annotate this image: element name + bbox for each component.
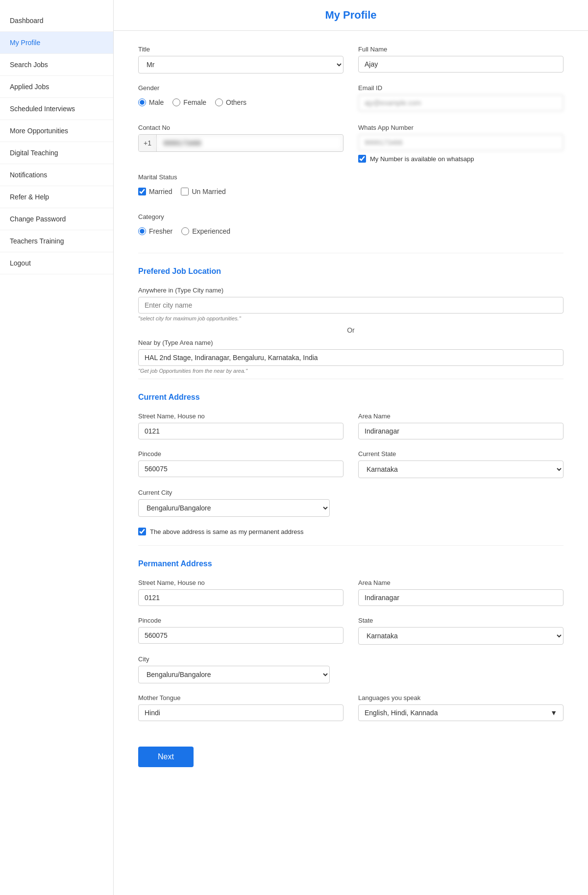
fresher-label: Fresher <box>149 227 172 235</box>
experienced-option[interactable]: Experienced <box>181 227 230 235</box>
married-checkbox[interactable] <box>138 188 146 195</box>
perm-city-group: City Bengaluru/Bangalore Mumbai Chennai <box>138 655 330 683</box>
unmarried-checkbox[interactable] <box>181 188 189 195</box>
section-divider-3 <box>138 545 564 546</box>
gender-email-row: Gender Male Female Others <box>138 84 564 113</box>
fresher-radio[interactable] <box>138 227 146 235</box>
title-select[interactable]: Mr Mrs Ms Dr <box>138 56 343 73</box>
mother-tongue-label: Mother Tongue <box>138 694 343 701</box>
page-title: My Profile <box>114 9 588 22</box>
sidebar: DashboardMy ProfileSearch JobsApplied Jo… <box>0 0 114 895</box>
whatsapp-check-row: My Number is available on whatsapp <box>358 155 564 163</box>
email-label: Email ID <box>358 84 564 92</box>
experienced-label: Experienced <box>192 227 230 235</box>
gender-male-label: Male <box>149 98 164 106</box>
gender-male-option[interactable]: Male <box>138 98 164 106</box>
fresher-option[interactable]: Fresher <box>138 227 172 235</box>
sidebar-item-dashboard[interactable]: Dashboard <box>0 10 113 32</box>
contact-group: Contact No +1 <box>138 124 343 163</box>
current-address-header: Current Address <box>138 393 564 404</box>
fullname-input[interactable] <box>358 56 564 73</box>
or-divider: Or <box>138 326 564 334</box>
category-row: Category Fresher Experienced <box>138 213 564 242</box>
sidebar-item-more-opportunities[interactable]: More Opportunities <box>0 120 113 142</box>
gender-others-radio[interactable] <box>215 98 223 106</box>
nearby-input[interactable] <box>138 349 564 366</box>
married-option[interactable]: Married <box>138 188 172 195</box>
current-state-select[interactable]: Karnataka Maharashtra Tamil Nadu <box>358 460 564 478</box>
languages-select[interactable]: English, Hindi, Kannada ▼ <box>358 704 564 721</box>
main-content: My Profile Title Mr Mrs Ms Dr Full Name <box>114 0 588 895</box>
perm-pincode-input[interactable] <box>138 627 343 644</box>
sidebar-item-digital-teaching[interactable]: Digital Teaching <box>0 142 113 164</box>
experienced-radio[interactable] <box>181 227 189 235</box>
sidebar-item-logout[interactable]: Logout <box>0 252 113 274</box>
title-label: Title <box>138 46 343 53</box>
current-street-area-row: Street Name, House no Area Name <box>138 412 564 439</box>
same-address-label: The above address is same as my permanen… <box>150 528 304 535</box>
title-fullname-row: Title Mr Mrs Ms Dr Full Name <box>138 46 564 73</box>
category-radio-group: Fresher Experienced <box>138 223 564 242</box>
perm-area-input[interactable] <box>358 589 564 606</box>
sidebar-item-change-password[interactable]: Change Password <box>0 208 113 230</box>
current-pincode-state-row: Pincode Current State Karnataka Maharash… <box>138 450 564 478</box>
sidebar-item-notifications[interactable]: Notifications <box>0 164 113 186</box>
gender-others-label: Others <box>226 98 246 106</box>
whatsapp-label: Whats App Number <box>358 124 564 131</box>
perm-pincode-state-row: Pincode State Karnataka Maharashtra Tami… <box>138 617 564 645</box>
gender-group: Gender Male Female Others <box>138 84 343 113</box>
current-city-group: Current City Bengaluru/Bangalore Mumbai … <box>138 489 330 517</box>
current-state-group: Current State Karnataka Maharashtra Tami… <box>358 450 564 478</box>
gender-others-option[interactable]: Others <box>215 98 246 106</box>
contact-whatsapp-row: Contact No +1 Whats App Number 999917346… <box>138 124 564 163</box>
anywhere-hint: "select city for maximum job opportuniti… <box>138 315 564 321</box>
whatsapp-group: Whats App Number 9999173466 My Number is… <box>358 124 564 163</box>
mother-tongue-input[interactable] <box>138 704 343 721</box>
anywhere-input[interactable] <box>138 297 564 314</box>
page-header: My Profile <box>114 0 588 31</box>
perm-city-select[interactable]: Bengaluru/Bangalore Mumbai Chennai <box>138 666 330 683</box>
current-city-label: Current City <box>138 489 330 496</box>
next-button[interactable]: Next <box>138 747 194 767</box>
perm-street-input[interactable] <box>138 589 343 606</box>
perm-state-select[interactable]: Karnataka Maharashtra Tamil Nadu <box>358 627 564 645</box>
fullname-group: Full Name <box>358 46 564 73</box>
sidebar-item-applied-jobs[interactable]: Applied Jobs <box>0 76 113 98</box>
whatsapp-check-label: My Number is available on whatsapp <box>370 155 474 163</box>
contact-input[interactable] <box>157 135 343 151</box>
whatsapp-input-blurred[interactable]: 9999173466 <box>358 134 564 151</box>
languages-group: Languages you speak English, Hindi, Kann… <box>358 694 564 721</box>
email-input-blurred[interactable]: ajy@example.com <box>358 95 564 111</box>
current-area-input[interactable] <box>358 423 564 439</box>
sidebar-item-search-jobs[interactable]: Search Jobs <box>0 54 113 76</box>
perm-area-label: Area Name <box>358 579 564 586</box>
current-pincode-input[interactable] <box>138 460 343 477</box>
contact-prefix: +1 <box>139 135 157 151</box>
current-street-label: Street Name, House no <box>138 412 343 420</box>
gender-female-option[interactable]: Female <box>172 98 206 106</box>
unmarried-option[interactable]: Un Married <box>181 188 225 195</box>
whatsapp-checkbox[interactable] <box>358 155 366 163</box>
gender-label: Gender <box>138 84 343 92</box>
sidebar-item-refer-help[interactable]: Refer & Help <box>0 186 113 208</box>
languages-value: English, Hindi, Kannada <box>365 709 438 717</box>
anywhere-label: Anywhere in (Type City name) <box>138 287 564 294</box>
current-city-select[interactable]: Bengaluru/Bangalore Mumbai Chennai <box>138 499 330 517</box>
current-street-input[interactable] <box>138 423 343 439</box>
sidebar-item-my-profile[interactable]: My Profile <box>0 32 113 54</box>
sidebar-item-teachers-training[interactable]: Teachers Training <box>0 230 113 252</box>
current-area-label: Area Name <box>358 412 564 420</box>
mother-tongue-group: Mother Tongue <box>138 694 343 721</box>
next-button-container: Next <box>138 732 564 767</box>
gender-male-radio[interactable] <box>138 98 146 106</box>
current-state-label: Current State <box>358 450 564 458</box>
perm-city-row: City Bengaluru/Bangalore Mumbai Chennai <box>138 655 564 683</box>
marital-row: Marital Status Married Un Married <box>138 173 564 202</box>
sidebar-item-scheduled-interviews[interactable]: Scheduled Interviews <box>0 98 113 120</box>
category-label: Category <box>138 213 564 220</box>
preferred-location-header: Prefered Job Location <box>138 267 564 278</box>
current-city-row: Current City Bengaluru/Bangalore Mumbai … <box>138 489 564 517</box>
same-address-checkbox[interactable] <box>138 528 146 535</box>
nearby-group: Near by (Type Area name) "Get job Opport… <box>138 339 564 374</box>
gender-female-radio[interactable] <box>172 98 180 106</box>
